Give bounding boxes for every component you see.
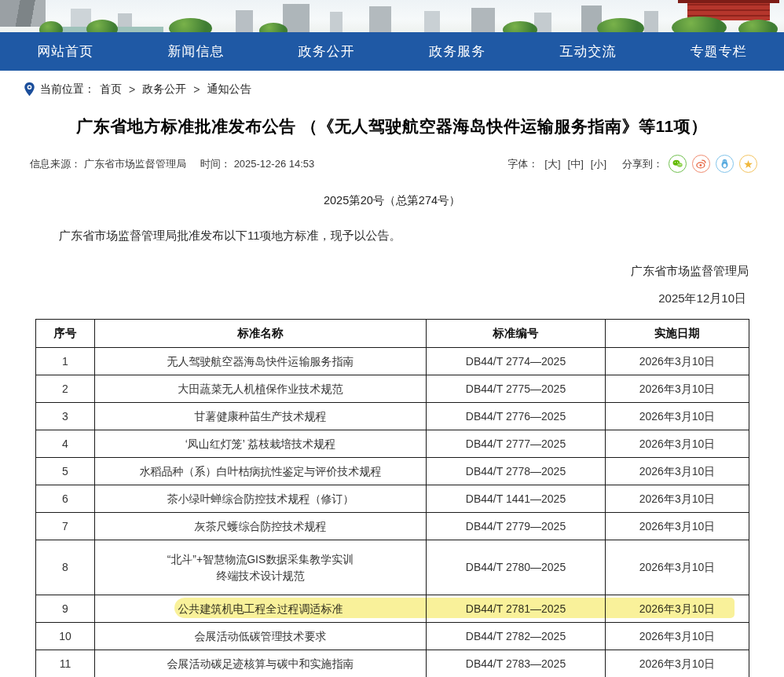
implementation-date: 2026年3月10日 [606,375,749,403]
time-value: 2025-12-26 14:53 [234,158,315,170]
standards-table-body: 1无人驾驶航空器海岛快件运输服务指南DB44/T 2774—20252026年3… [36,348,749,677]
table-row: 6茶小绿叶蝉综合防控技术规程（修订）DB44/T 1441—20252026年3… [36,485,749,513]
breadcrumb-notices[interactable]: 通知公告 [207,82,251,97]
standard-name: 茶小绿叶蝉综合防控技术规程（修订） [95,485,427,513]
row-serial: 1 [36,348,95,375]
implementation-date: 2026年3月10日 [606,595,749,623]
table-header-row: 序号 标准名称 标准编号 实施日期 [36,320,749,348]
header-serial: 序号 [36,320,95,348]
nav-item-interact[interactable]: 互动交流 [522,42,653,60]
star-icon: ★ [743,159,753,170]
table-row: 3甘薯健康种苗生产技术规程DB44/T 2776—20252026年3月10日 [36,403,749,430]
font-and-share-controls: 字体： [大] [中] [小] 分享到： ★ [507,155,757,173]
implementation-date: 2026年3月10日 [606,403,749,430]
row-serial: 4 [36,430,95,458]
breadcrumb-gov-open[interactable]: 政务公开 [142,82,186,97]
table-row: 5水稻品种（系）白叶枯病抗性鉴定与评价技术规程DB44/T 2778—20252… [36,458,749,485]
row-serial: 7 [36,513,95,540]
row-serial: 10 [36,623,95,650]
table-row: 10会展活动低碳管理技术要求DB44/T 2782—20252026年3月10日 [36,623,749,650]
header-name: 标准名称 [95,320,427,348]
standard-code: DB44/T 2778—2025 [427,458,606,485]
standard-name: 灰茶尺蠖综合防控技术规程 [95,513,427,540]
standard-name: 甘薯健康种苗生产技术规程 [95,403,427,430]
row-serial: 11 [36,650,95,677]
share-qq-icon[interactable] [716,155,734,173]
table-row: 7灰茶尺蠖综合防控技术规程DB44/T 2779—20252026年3月10日 [36,513,749,540]
location-pin-icon [24,82,35,97]
standards-table-wrap: 序号 标准名称 标准编号 实施日期 1无人驾驶航空器海岛快件运输服务指南DB44… [35,319,749,677]
implementation-date: 2026年3月10日 [606,650,749,677]
share-qzone-icon[interactable]: ★ [739,155,757,173]
signature-date: 2025年12月10日 [0,279,784,313]
nav-item-home[interactable]: 网站首页 [0,42,130,60]
share-label: 分享到： [622,157,663,171]
table-row: 11会展活动碳足迹核算与碳中和实施指南DB44/T 2783—20252026年… [36,650,749,677]
signature-agency: 广东省市场监督管理局 [0,243,784,279]
share-weibo-icon[interactable] [692,155,710,173]
implementation-date: 2026年3月10日 [606,485,749,513]
standard-name: 大田蔬菜无人机植保作业技术规范 [95,375,427,403]
row-serial: 5 [36,458,95,485]
breadcrumb-separator: > [193,83,200,96]
standard-code: DB44/T 2774—2025 [427,348,606,375]
nav-item-services[interactable]: 政务服务 [392,42,522,60]
standards-table: 序号 标准名称 标准编号 实施日期 1无人驾驶航空器海岛快件运输服务指南DB44… [35,319,749,677]
standard-code: DB44/T 2776—2025 [427,403,606,430]
row-serial: 9 [36,595,95,623]
nav-item-topics[interactable]: 专题专栏 [654,42,784,60]
standard-code: DB44/T 2781—2025 [427,595,606,623]
row-serial: 3 [36,403,95,430]
standard-code: DB44/T 2775—2025 [427,375,606,403]
table-row: 1无人驾驶航空器海岛快件运输服务指南DB44/T 2774—20252026年3… [36,348,749,375]
nav-item-gov-open[interactable]: 政务公开 [262,42,392,60]
article-source: 信息来源：广东省市场监督管理局 时间：2025-12-26 14:53 [30,157,317,171]
font-size-label: 字体： [507,157,538,171]
standard-code: DB44/T 2779—2025 [427,513,606,540]
standard-name: “北斗”+智慧物流GIS数据采集教学实训 终端技术设计规范 [95,540,427,595]
implementation-date: 2026年3月10日 [606,458,749,485]
source-value: 广东省市场监督管理局 [84,158,186,170]
standard-name: ‘凤山红灯笼’ 荔枝栽培技术规程 [95,430,427,458]
announcement-body: 广东省市场监督管理局批准发布以下11项地方标准，现予以公告。 [0,208,784,243]
row-serial: 2 [36,375,95,403]
standard-code: DB44/T 2783—2025 [427,650,606,677]
announcement-page: 网站首页 新闻信息 政务公开 政务服务 互动交流 专题专栏 当前位置： 首页 >… [0,0,784,677]
breadcrumb-home[interactable]: 首页 [100,82,122,97]
nav-item-news[interactable]: 新闻信息 [130,42,261,60]
standard-name: 会展活动碳足迹核算与碳中和实施指南 [95,650,427,677]
font-size-small-button[interactable]: [小] [591,157,606,171]
share-wechat-icon[interactable] [669,155,687,173]
row-serial: 8 [36,540,95,595]
standard-name: 水稻品种（系）白叶枯病抗性鉴定与评价技术规程 [95,458,427,485]
row-serial: 6 [36,485,95,513]
table-row: 2大田蔬菜无人机植保作业技术规范DB44/T 2775—20252026年3月1… [36,375,749,403]
standard-code: DB44/T 2777—2025 [427,430,606,458]
implementation-date: 2026年3月10日 [606,430,749,458]
standard-code: DB44/T 1441—2025 [427,485,606,513]
banner-trees [0,21,784,32]
breadcrumb: 当前位置： 首页 > 政务公开 > 通知公告 [0,71,784,104]
time-label: 时间： [200,158,231,170]
article-meta: 信息来源：广东省市场监督管理局 时间：2025-12-26 14:53 字体： … [0,142,784,173]
standard-code: DB44/T 2782—2025 [427,623,606,650]
page-title: 广东省地方标准批准发布公告 （《无人驾驶航空器海岛快件运输服务指南》等11项） [0,104,784,142]
source-label: 信息来源： [30,158,81,170]
standard-name: 会展活动低碳管理技术要求 [95,623,427,650]
table-row: 9公共建筑机电工程全过程调适标准DB44/T 2781—20252026年3月1… [36,595,749,623]
standard-name: 无人驾驶航空器海岛快件运输服务指南 [95,348,427,375]
header-code: 标准编号 [427,320,606,348]
breadcrumb-separator: > [129,83,135,96]
standard-code: DB44/T 2780—2025 [427,540,606,595]
table-row: 4‘凤山红灯笼’ 荔枝栽培技术规程DB44/T 2777—20252026年3月… [36,430,749,458]
standard-name: 公共建筑机电工程全过程调适标准 [95,595,427,623]
implementation-date: 2026年3月10日 [606,348,749,375]
header-date: 实施日期 [606,320,749,348]
font-size-medium-button[interactable]: [中] [568,157,584,171]
implementation-date: 2026年3月10日 [606,540,749,595]
implementation-date: 2026年3月10日 [606,513,749,540]
font-size-large-button[interactable]: [大] [544,157,560,171]
implementation-date: 2026年3月10日 [606,623,749,650]
header-banner-image [0,0,784,32]
table-row: 8“北斗”+智慧物流GIS数据采集教学实训 终端技术设计规范DB44/T 278… [36,540,749,595]
